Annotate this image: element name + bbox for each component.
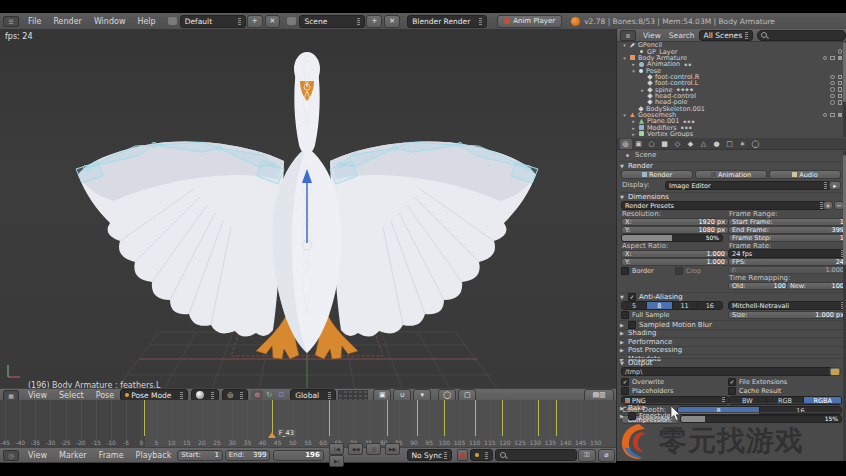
tab-render[interactable]: ◎ [620,139,632,149]
aa-filter-selector[interactable]: Mitchell-Netravali [728,301,846,310]
file-browse-button[interactable] [829,367,841,376]
checkbox[interactable] [621,267,629,275]
expand-icon[interactable]: ▾ [621,42,628,48]
display-selector[interactable]: Image Editor [665,181,831,190]
add-layout-button[interactable]: + [247,15,263,28]
keyframe-line[interactable] [538,400,539,436]
end-frame-field[interactable]: End:399 [225,450,271,461]
selectable-icon[interactable] [838,94,843,99]
crop-checkbox[interactable]: Crop [675,267,701,275]
delete-layout-button[interactable]: ✕ [265,15,281,28]
keyframe-line[interactable] [556,400,557,436]
output-path-field[interactable]: /tmp\ [621,367,833,376]
tab-texture[interactable]: □ [724,139,736,149]
checkbox[interactable] [621,311,629,319]
timeline-region[interactable]: -45-40-35-30-25-20-15-10-505101520253035… [0,400,616,447]
viewport-3d[interactable]: fps: 24 (196) Body Armature : feathers.L [0,29,616,388]
overwrite-checkbox[interactable]: Overwrite [621,378,664,386]
aa-enable-checkbox[interactable] [628,293,636,301]
keying-mode-selector[interactable] [470,449,493,461]
expand-icon[interactable]: ▸ [630,61,637,67]
visibility-eye-icon[interactable] [830,81,835,86]
insert-keyframe-icon[interactable]: ⚿ [578,449,595,462]
keyframe-line[interactable] [475,400,476,436]
aspect-x-field[interactable]: X:1.000 [621,250,729,258]
panel-header-anti-aliasing[interactable]: ▼ Anti-Aliasing [619,292,844,301]
selectable-icon[interactable] [838,87,843,92]
resolution-y-field[interactable]: Y:1080 px [621,226,729,234]
visibility-eye-icon[interactable] [823,56,828,61]
screen-layout-selector[interactable]: Default [180,15,246,28]
fps-field[interactable]: FPS:24 [728,258,846,266]
add-scene-button[interactable]: + [366,15,382,28]
expand-icon[interactable]: ▾ [621,55,628,61]
editor-type-timeline-icon[interactable]: ◷ [3,450,19,461]
expand-icon[interactable]: ▾ [630,68,637,74]
keyframe-line[interactable] [502,400,503,436]
current-frame-field[interactable]: 196 [273,450,323,461]
delete-scene-button[interactable]: ✕ [384,15,400,28]
editor-type-info-icon[interactable]: ☰ [3,16,19,27]
panel-header-sampled-motion-blur[interactable]: ▶Sampled Motion Blur [619,320,844,329]
border-checkbox[interactable]: Border [621,267,654,275]
menu-tl-view[interactable]: View [22,448,53,463]
placeholders-checkbox[interactable]: Placeholders [621,387,673,395]
tab-data[interactable]: △ [698,139,710,149]
keying-set-field[interactable] [495,449,577,461]
tab-modifiers[interactable]: ◆ [685,139,697,149]
resolution-percentage-slider[interactable]: 50% [621,234,723,242]
auto-keyframe-record-button[interactable] [457,449,468,461]
delete-keyframe-icon[interactable]: ⌀ [598,449,615,462]
remap-old-field[interactable]: Old:100 [728,282,790,290]
render-audio-button[interactable]: Audio [769,170,841,179]
layer-grid[interactable] [338,390,370,400]
tab-constraints[interactable]: ◇ [672,139,684,149]
menu-tl-marker[interactable]: Marker [53,448,93,463]
outliner-item-label[interactable]: Vertex Groups [647,130,693,137]
keyframe-line[interactable] [144,400,145,436]
prev-keyframe-button[interactable]: ◀◀ [348,443,363,455]
render-button[interactable]: Render [621,170,693,179]
checkbox[interactable] [728,378,736,386]
start-frame-field[interactable]: Start:1 [177,450,223,461]
visibility-eye-icon[interactable] [830,100,835,105]
timeline-marker[interactable] [268,432,276,438]
resolution-x-field[interactable]: X:1920 px [621,218,729,226]
menu-file[interactable]: File [22,14,47,29]
expand-icon[interactable]: ▾ [621,112,628,118]
visibility-eye-icon[interactable] [830,75,835,80]
selectable-icon[interactable] [830,56,835,61]
menu-window[interactable]: Window [88,14,132,29]
file-extensions-checkbox[interactable]: File Extensions [728,378,787,386]
menu-help[interactable]: Help [131,14,161,29]
visibility-eye-icon[interactable] [838,49,843,54]
menu-tl-frame[interactable]: Frame [93,448,130,463]
tab-world[interactable]: ○ [646,139,658,149]
checkbox[interactable] [675,267,683,275]
expand-icon[interactable]: ▸ [630,118,637,124]
editor-type-outliner-icon[interactable]: ≣ [620,30,636,41]
end-frame-field[interactable]: End Frame:399 [728,226,846,234]
scene-selector[interactable]: Scene [299,15,365,28]
menu-tl-playback[interactable]: Playback [130,448,178,463]
panel-header-freestyle[interactable]: ▶Freestyle [619,412,844,421]
aa-samples-5[interactable]: 5 [622,302,647,309]
cache-result-checkbox[interactable]: Cache Result [728,387,781,395]
render-presets-selector[interactable]: Render Presets [621,201,827,210]
editor-type-3dview-icon[interactable]: ▦ [3,390,19,401]
add-preset-button[interactable]: + [823,201,833,210]
display-extra-button[interactable]: ▸ [829,181,841,190]
scale-toggle[interactable]: ⊡ [275,390,287,400]
start-frame-field[interactable]: Start Frame:1 [728,218,846,226]
keyframe-line[interactable] [417,400,418,436]
keyframe-line[interactable] [272,400,273,436]
selectable-icon[interactable] [830,113,835,118]
tab-particles[interactable]: ∗ [737,139,749,149]
menu-render[interactable]: Render [47,14,87,29]
translate-toggle[interactable]: ⊕ [251,390,263,400]
remap-new-field[interactable]: New:100 [786,282,846,290]
keyframe-line[interactable] [387,400,388,436]
outliner-search-input[interactable] [757,30,846,41]
aspect-y-field[interactable]: Y:1.000 [621,258,729,266]
frame-step-field[interactable]: Frame Step:1 [728,234,846,242]
